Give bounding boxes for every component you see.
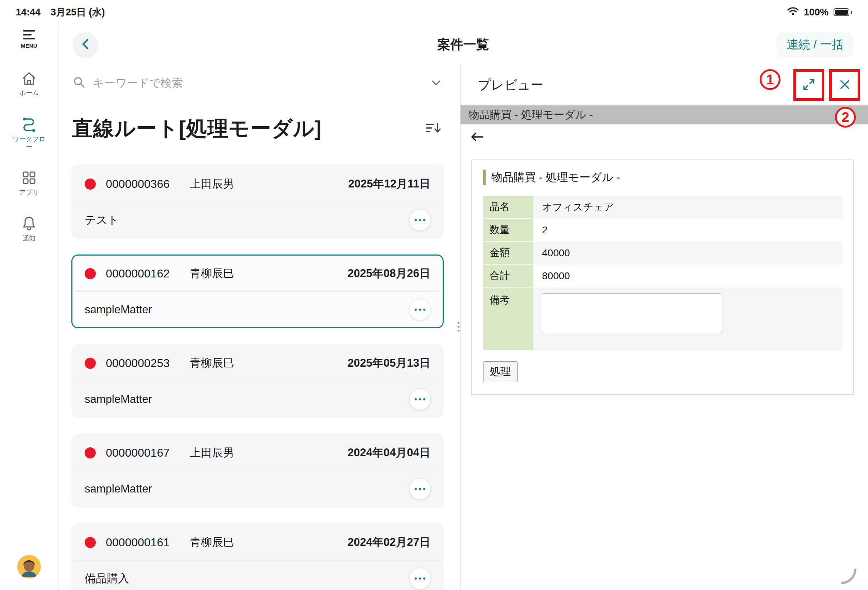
field-value: [533, 287, 843, 350]
matter-id: 0000000253: [106, 357, 170, 370]
field-value: 80000: [533, 265, 843, 287]
process-button[interactable]: 処理: [483, 361, 518, 382]
loading-arc-icon: [838, 566, 859, 588]
annotation-box-2: [829, 69, 860, 101]
matter-title: 備品購入: [85, 571, 129, 586]
field-value: オフィスチェア: [533, 196, 843, 219]
form-title: 物品購買 - 処理モーダル -: [492, 170, 620, 185]
ellipsis-icon: [415, 488, 417, 490]
matter-title: sampleMatter: [85, 393, 152, 406]
matter-id: 0000000162: [106, 267, 170, 280]
expand-preview-button[interactable]: [801, 77, 816, 93]
field-value: 2: [533, 219, 843, 241]
search-input[interactable]: [93, 77, 423, 90]
matter-id: 0000000167: [106, 446, 170, 459]
matter-owner: 上田辰男: [190, 445, 234, 460]
matter-list-panel: 直線ルート[処理モーダル] 0000000366: [59, 65, 460, 590]
search-icon: [73, 76, 86, 90]
matter-id: 0000000366: [106, 177, 170, 191]
more-button[interactable]: [410, 568, 430, 589]
battery-tip: [851, 11, 852, 14]
field-value-text: 40000: [542, 247, 570, 259]
field-label: 数量: [483, 219, 533, 241]
expand-icon: [801, 77, 816, 93]
panel-resize-handle[interactable]: [458, 322, 459, 331]
search-bar: [68, 65, 447, 102]
field-value-text: オフィスチェア: [542, 200, 614, 214]
form-table: 品名 オフィスチェア 数量 2 金額 40000 合計 80000 備考: [483, 196, 843, 350]
avatar[interactable]: [17, 555, 41, 578]
matter-card[interactable]: 0000000162 青柳辰巳 2025年08月26日 sampleMatter: [71, 255, 444, 328]
preview-subtitle-bar: 物品購買 - 処理モーダル -: [461, 105, 868, 124]
search-expand-button[interactable]: [430, 78, 442, 88]
annotation-number-1: 1: [760, 69, 781, 90]
more-button[interactable]: [410, 299, 430, 320]
form-row: 数量 2: [483, 219, 843, 241]
matter-card[interactable]: 0000000253 青柳辰巳 2025年05月13日 sampleMatter: [71, 344, 444, 418]
sidebar-item-label: 通知: [13, 234, 46, 243]
battery-percent: 100%: [804, 7, 828, 18]
field-label: 品名: [483, 196, 533, 219]
sidebar-nav: ホーム ワークフロー: [13, 71, 46, 243]
matter-id: 0000000161: [106, 536, 170, 549]
matter-card[interactable]: 0000000161 青柳辰巳 2024年02月27日 備品購入: [71, 523, 444, 590]
remarks-textarea[interactable]: [542, 293, 722, 333]
status-date: 3月25日 (水): [50, 6, 105, 19]
chevron-down-icon: [430, 78, 442, 88]
status-time: 14:44: [16, 7, 41, 18]
form-accent-bar: [483, 170, 486, 185]
matter-date: 2025年08月26日: [348, 266, 430, 281]
sidebar-item-apps[interactable]: アプリ: [13, 170, 46, 197]
screen: 14:44 3月25日 (水) 100% MENU: [0, 0, 868, 590]
preview-panel: プレビュー: [460, 65, 868, 590]
status-bar: 14:44 3月25日 (水) 100%: [0, 0, 868, 24]
sort-button[interactable]: [423, 119, 444, 138]
matter-date: 2024年02月27日: [348, 535, 430, 550]
sidebar-item-workflow[interactable]: ワークフロー: [13, 116, 46, 151]
battery-icon: [834, 8, 849, 16]
sort-descending-icon: [425, 131, 441, 136]
form-row: 備考: [483, 287, 843, 350]
form-row: 品名 オフィスチェア: [483, 196, 843, 219]
sidebar-item-home[interactable]: ホーム: [13, 71, 46, 97]
more-button[interactable]: [410, 210, 430, 231]
status-dot: [85, 447, 96, 458]
home-icon: [21, 71, 37, 86]
status-dot: [85, 537, 96, 548]
ellipsis-icon: [415, 398, 417, 400]
field-value-text: 2: [542, 224, 548, 236]
matter-owner: 青柳辰巳: [190, 356, 234, 371]
batch-action-button[interactable]: 連続 / 一括: [777, 32, 853, 57]
bell-icon: [21, 215, 37, 231]
apps-icon: [21, 170, 37, 186]
matter-title: sampleMatter: [85, 303, 152, 316]
back-button[interactable]: [74, 32, 97, 56]
sidebar-item-notifications[interactable]: 通知: [13, 215, 46, 243]
arrow-left-icon: [470, 131, 484, 144]
more-button[interactable]: [410, 478, 430, 499]
matter-date: 2024年04月04日: [348, 445, 430, 460]
matter-card[interactable]: 0000000366 上田辰男 2025年12月11日 テスト: [71, 165, 444, 239]
ellipsis-icon: [415, 309, 417, 311]
field-label: 備考: [483, 287, 533, 350]
matter-card[interactable]: 0000000167 上田辰男 2024年04月04日 sampleMatter: [71, 434, 444, 508]
sidebar-item-label: ホーム: [13, 89, 46, 97]
ellipsis-icon: [415, 219, 417, 221]
close-preview-button[interactable]: [838, 78, 852, 93]
close-icon: [838, 78, 852, 93]
workflow-icon: [21, 116, 37, 132]
page-title: 案件一覧: [438, 36, 489, 53]
sidebar: MENU ホーム: [0, 24, 59, 590]
route-heading: 直線ルート[処理モーダル]: [72, 115, 322, 143]
matter-date: 2025年05月13日: [348, 356, 430, 371]
matter-title: sampleMatter: [85, 483, 152, 495]
chevron-left-icon: [80, 38, 91, 51]
annotation-box-1: [793, 69, 824, 101]
preview-header: プレビュー: [461, 65, 868, 105]
more-button[interactable]: [410, 389, 430, 410]
status-dot: [85, 358, 96, 369]
form-row: 金額 40000: [483, 241, 843, 265]
menu-button[interactable]: MENU: [21, 30, 37, 49]
preview-back-button[interactable]: [470, 131, 484, 144]
menu-label: MENU: [21, 43, 37, 49]
